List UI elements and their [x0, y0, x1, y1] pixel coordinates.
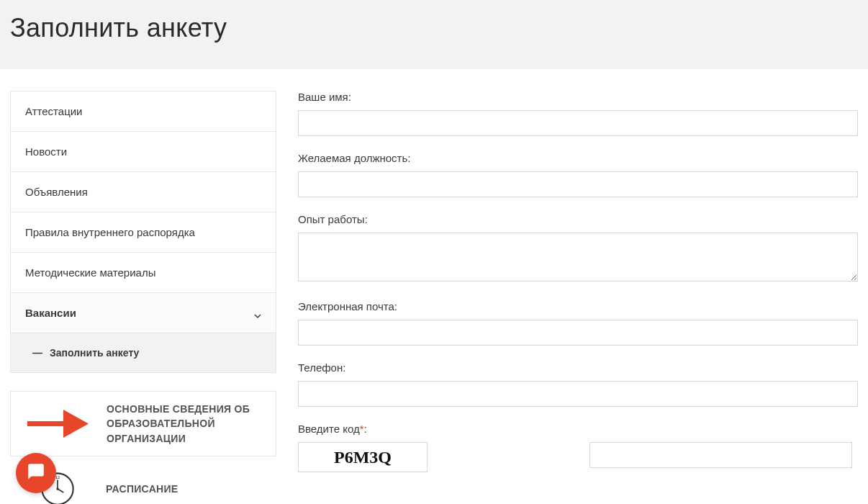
info-card-title: ОСНОВНЫЕ СВЕДЕНИЯ ОБ ОБРАЗОВАТЕЛЬНОЙ ОРГ… [107, 402, 263, 446]
sidebar-nav: Аттестации Новости Объявления Правила вн… [10, 91, 276, 373]
captcha-label-text: Введите код [298, 423, 360, 435]
sidebar-item-rules[interactable]: Правила внутреннего распорядка [11, 212, 276, 253]
phone-label: Телефон: [298, 361, 858, 374]
experience-label: Опыт работы: [298, 213, 858, 225]
sidebar: Аттестации Новости Объявления Правила вн… [10, 91, 276, 504]
captcha-input[interactable] [589, 442, 852, 468]
required-star: * [360, 423, 364, 435]
form-row-position: Желаемая должность: [298, 152, 858, 197]
page-title: Заполнить анкету [10, 13, 858, 43]
captcha-image: P6M3Q [298, 442, 428, 472]
form-area: Ваше имя: Желаемая должность: Опыт работ… [298, 91, 858, 504]
arrow-right-icon [24, 404, 92, 444]
sidebar-item-materials[interactable]: Методические материалы [11, 253, 276, 293]
info-card-organization[interactable]: ОСНОВНЫЕ СВЕДЕНИЯ ОБ ОБРАЗОВАТЕЛЬНОЙ ОРГ… [10, 391, 276, 456]
phone-input[interactable] [298, 381, 858, 407]
sidebar-item-news[interactable]: Новости [11, 132, 276, 172]
chat-button[interactable] [16, 453, 56, 493]
page-header: Заполнить анкету [0, 0, 868, 69]
email-input[interactable] [298, 320, 858, 346]
form-row-captcha: Введите код*: P6M3Q [298, 423, 858, 472]
sidebar-item-vacancies[interactable]: Вакансии [11, 293, 276, 333]
email-label: Электронная почта: [298, 300, 858, 312]
sidebar-item-label: Вакансии [25, 307, 76, 319]
experience-textarea[interactable] [298, 233, 858, 282]
name-input[interactable] [298, 110, 858, 136]
captcha-row: P6M3Q [298, 442, 858, 472]
sidebar-item-attestations[interactable]: Аттестации [11, 91, 276, 132]
info-card-title-2: РАСПИСАНИЕ [106, 482, 178, 496]
captcha-label: Введите код*: [298, 423, 858, 435]
name-label: Ваше имя: [298, 91, 858, 103]
sidebar-item-announcements[interactable]: Объявления [11, 172, 276, 212]
form-row-phone: Телефон: [298, 361, 858, 407]
form-row-experience: Опыт работы: [298, 213, 858, 284]
position-input[interactable] [298, 171, 858, 197]
form-row-name: Ваше имя: [298, 91, 858, 136]
position-label: Желаемая должность: [298, 152, 858, 164]
chevron-down-icon [254, 310, 261, 317]
form-row-email: Электронная почта: [298, 300, 858, 346]
svg-point-2 [56, 487, 58, 490]
sidebar-item-fill-form[interactable]: Заполнить анкету [11, 333, 276, 373]
main-container: Аттестации Новости Объявления Правила вн… [0, 69, 868, 504]
chat-icon [27, 462, 45, 484]
